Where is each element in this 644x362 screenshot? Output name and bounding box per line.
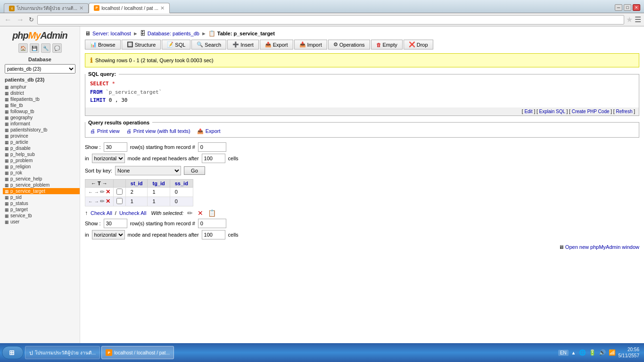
open-new-window-link[interactable]: Open new phpMyAdmin window xyxy=(565,244,639,250)
tab-inactive[interactable]: ป โปรแกรมประวัติผู้ป่วย งานดิ... ✕ xyxy=(4,3,89,13)
sql-bracket-end: ] xyxy=(634,109,635,114)
table-list-item-informant[interactable]: ▦informant xyxy=(3,121,80,127)
tab-empty[interactable]: 🗑 Empty xyxy=(371,40,403,49)
sql-edit-link[interactable]: Edit xyxy=(524,109,532,114)
tab-2-close[interactable]: ✕ xyxy=(160,5,165,11)
table-list-item-followup_tb[interactable]: ▦followup_tb xyxy=(3,108,80,115)
tab-1-label: โปรแกรมประวัติผู้ป่วย งานดิ... xyxy=(17,5,77,12)
breadcrumb-database[interactable]: Database: patients_db xyxy=(148,31,199,36)
table-list-item-province[interactable]: ▦province xyxy=(3,133,80,139)
tab-browse[interactable]: 📊 Browse xyxy=(85,40,121,49)
table-list-item-p_help_sub[interactable]: ▦p_help_sub xyxy=(3,151,80,157)
nav-back[interactable]: ← xyxy=(3,16,13,24)
row-checkbox-1[interactable] xyxy=(113,197,125,206)
table-list-item-patientshistory_tb[interactable]: ▦patientshistory_tb xyxy=(3,127,80,133)
nav-refresh[interactable]: ↻ xyxy=(27,16,35,23)
sql-explain-link[interactable]: Explain SQL xyxy=(539,109,565,114)
check-sep: / xyxy=(115,210,116,216)
table-list-item-p_problem[interactable]: ▦p_problem xyxy=(3,157,80,164)
sidebar-settings-icon[interactable]: 💬 xyxy=(52,43,62,53)
table-list-item-p_religion[interactable]: ▦p_religion xyxy=(3,164,80,170)
address-bar[interactable]: localhost/phpMyAdmin/ xyxy=(37,15,624,25)
headers-input-bot[interactable] xyxy=(202,230,225,239)
record-input-top[interactable] xyxy=(198,142,226,152)
table-list-item-p_target[interactable]: ▦p_target xyxy=(3,206,80,213)
export-results-btn[interactable]: 📤 Export xyxy=(197,128,221,134)
row-checkbox-0[interactable] xyxy=(113,187,125,197)
edit-icon-1[interactable]: ✏ xyxy=(100,198,105,205)
tab-search[interactable]: 🔍 Search xyxy=(191,40,226,49)
col-nav: ← T → xyxy=(85,179,114,187)
check-all-link[interactable]: Check All xyxy=(91,210,112,216)
edit-selected-btn[interactable]: ✏ xyxy=(186,209,194,217)
tab-sql[interactable]: 📝 SQL xyxy=(162,40,190,49)
sql-create-php-link[interactable]: Create PHP Code xyxy=(572,109,610,114)
win-maximize[interactable]: □ xyxy=(624,4,631,11)
table-list-item-p_service_target[interactable]: ▦p_service_target xyxy=(3,188,80,194)
sidebar-home-icon[interactable]: 🏠 xyxy=(18,43,28,53)
table-list-item-p_article[interactable]: ▦p_article xyxy=(3,139,80,145)
table-list-item-p_sid[interactable]: ▦p_sid xyxy=(3,194,80,200)
breadcrumb-server[interactable]: Server: localhost xyxy=(92,31,131,36)
edit-icon-0[interactable]: ✏ xyxy=(100,189,105,195)
tab-import[interactable]: 📥 Import xyxy=(294,40,327,49)
table-list-item-service_tb[interactable]: ▦service_tb xyxy=(3,213,80,219)
go-button[interactable]: Go xyxy=(184,166,205,175)
col-tg_id-header[interactable]: tg_id xyxy=(148,179,170,187)
delete-icon-1[interactable]: ✕ xyxy=(106,198,110,205)
uncheck-all-link[interactable]: Uncheck All xyxy=(119,210,146,216)
tab-active[interactable]: P localhost / localhost / pat ... ✕ xyxy=(89,3,170,13)
mode-select-bot[interactable]: horizontal vertical xyxy=(92,230,125,239)
info-icon: ℹ xyxy=(90,57,92,64)
sort-select[interactable]: None xyxy=(115,166,181,175)
col-tg_id-link[interactable]: tg_id xyxy=(152,181,165,186)
table-list-item-file_tb[interactable]: ▦file_tb xyxy=(3,102,80,108)
tab-1-close[interactable]: ✕ xyxy=(79,5,83,11)
record-input-bot[interactable] xyxy=(198,219,226,228)
rows-starting-bot: row(s) starting from record # xyxy=(130,221,195,226)
table-list-item-p_disable[interactable]: ▦p_disable xyxy=(3,145,80,151)
sql-refresh-link[interactable]: Refresh xyxy=(616,109,632,114)
table-list-item-filepatients_tb[interactable]: ▦filepatients_tb xyxy=(3,96,80,102)
show-input-top[interactable] xyxy=(104,142,127,152)
tab-structure[interactable]: 🔲 Structure xyxy=(122,40,161,49)
table-list-item-district[interactable]: ▦district xyxy=(3,90,80,96)
sidebar-sql-icon[interactable]: 🔧 xyxy=(41,43,50,53)
tab-operations[interactable]: ⚙ Operations xyxy=(328,40,370,49)
bookmark-star[interactable]: ★ xyxy=(626,15,633,24)
table-list-item-p_status[interactable]: ▦p_status xyxy=(3,200,80,206)
menu-icon[interactable]: ☰ xyxy=(635,15,641,24)
delete-selected-btn[interactable]: ✕ xyxy=(197,209,204,217)
table-list-item-user[interactable]: ▦user xyxy=(3,219,80,225)
operations-label: Operations xyxy=(339,42,365,48)
export-selected-btn[interactable]: 📋 xyxy=(207,209,217,217)
col-ss_id-link[interactable]: ss_id xyxy=(175,181,188,186)
win-minimize[interactable]: ─ xyxy=(615,4,622,11)
col-st_id-link[interactable]: st_id xyxy=(131,181,143,186)
table-list-item-p_rok[interactable]: ▦p_rok xyxy=(3,170,80,176)
mode-select-top[interactable]: horizontal vertical xyxy=(92,154,125,163)
tab-insert[interactable]: ➕ Insert xyxy=(227,40,259,49)
db-name: patients_db (23) xyxy=(0,75,80,84)
table-row: ← → ✏ ✕ 1 1 0 xyxy=(85,197,193,206)
table-list-item-geography[interactable]: ▦geography xyxy=(3,115,80,121)
tab-drop[interactable]: ❌ Drop xyxy=(404,40,433,49)
breadcrumb-sep1: ► xyxy=(133,31,138,36)
db-select[interactable]: patients_db (23) xyxy=(5,64,75,74)
col-st_id-header[interactable]: st_id xyxy=(125,179,148,187)
nav-arrows-0: ← → xyxy=(88,189,99,195)
db-label: Database xyxy=(0,56,80,63)
print-view-btn[interactable]: 🖨 Print view xyxy=(90,128,120,134)
table-list-item-p_service_ploblem[interactable]: ▦p_service_ploblem xyxy=(3,182,80,188)
nav-forward[interactable]: → xyxy=(15,16,25,24)
show-input-bot[interactable] xyxy=(104,219,127,228)
print-full-btn[interactable]: 🖨 Print view (with full texts) xyxy=(126,128,190,134)
col-ss_id-header[interactable]: ss_id xyxy=(170,179,193,187)
win-close[interactable]: ✕ xyxy=(633,4,640,11)
table-list-item-amphur[interactable]: ▦amphur xyxy=(3,84,80,90)
delete-icon-0[interactable]: ✕ xyxy=(106,189,110,195)
sidebar-db-icon[interactable]: 💾 xyxy=(30,43,39,53)
table-list-item-p_service_help[interactable]: ▦p_service_help xyxy=(3,176,80,182)
headers-input-top[interactable] xyxy=(202,154,225,163)
tab-export[interactable]: 📤 Export xyxy=(260,40,293,49)
